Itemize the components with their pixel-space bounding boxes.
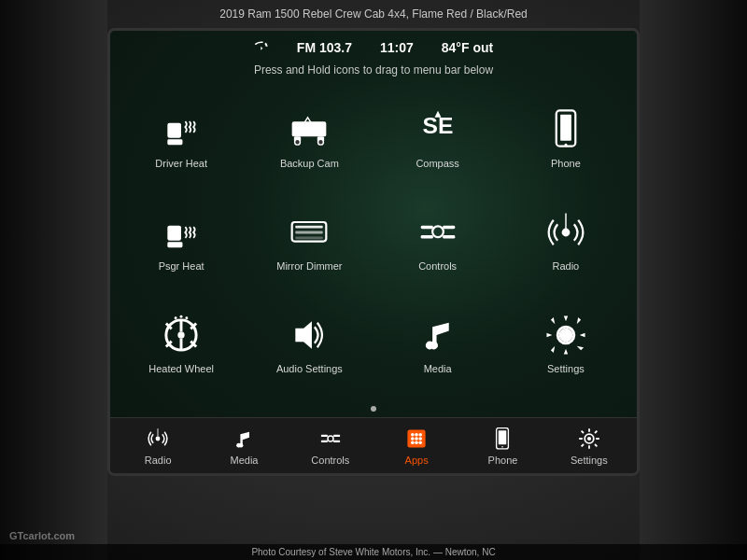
heated-wheel-label: Heated Wheel: [148, 363, 214, 374]
mirror-dimmer-icon: [286, 209, 332, 256]
svg-point-65: [587, 437, 591, 441]
app-driver-heat[interactable]: Driver Heat: [120, 89, 243, 187]
app-controls[interactable]: Controls: [376, 191, 500, 289]
app-compass[interactable]: SE Compass: [376, 89, 500, 187]
app-backup-cam[interactable]: ! Backup Cam: [247, 89, 371, 187]
nav-radio[interactable]: Radio: [115, 426, 201, 466]
nav-media-icon: [231, 426, 257, 452]
screen-bezel: FM 103.7 11:07 84°F out Press and Hold i…: [107, 28, 640, 476]
radio-icon: [543, 209, 589, 256]
psgr-heat-label: Psgr Heat: [159, 260, 204, 272]
svg-point-35: [180, 315, 183, 318]
driver-heat-label: Driver Heat: [155, 158, 207, 169]
settings-icon: [543, 312, 589, 358]
app-psgr-heat[interactable]: Psgr Heat: [120, 191, 243, 289]
psgr-heat-icon: [158, 209, 204, 256]
dot: [371, 406, 376, 412]
nav-phone[interactable]: Phone: [459, 426, 545, 466]
svg-point-63: [502, 446, 504, 448]
svg-point-53: [415, 433, 418, 437]
nav-controls-label: Controls: [311, 455, 349, 466]
nav-settings-icon: [576, 426, 602, 452]
car-title: 2019 Ram 1500 Rebel Crew Cab 4x4, Flame …: [219, 7, 528, 21]
svg-point-34: [175, 316, 177, 319]
compass-icon: SE: [415, 106, 461, 153]
bottom-nav: Radio Media: [110, 417, 637, 473]
apps-grid: Driver Heat !: [110, 84, 637, 397]
status-bar: FM 103.7 11:07 84°F out: [110, 31, 637, 63]
nav-controls-icon: [317, 426, 344, 452]
svg-marker-37: [296, 321, 313, 348]
svg-point-39: [430, 342, 438, 350]
svg-point-58: [411, 441, 415, 444]
svg-text:!: !: [307, 120, 309, 129]
compass-label: Compass: [416, 158, 458, 169]
svg-rect-22: [443, 235, 455, 239]
driver-heat-icon: [158, 106, 204, 153]
svg-line-70: [581, 431, 583, 433]
svg-line-73: [581, 444, 583, 446]
audio-settings-label: Audio Settings: [276, 363, 343, 374]
nav-radio-icon: [145, 426, 171, 452]
app-settings[interactable]: Settings: [504, 294, 627, 392]
svg-rect-20: [420, 235, 432, 239]
backup-cam-label: Backup Cam: [280, 158, 339, 169]
svg-point-57: [419, 437, 423, 441]
mirror-dimmer-label: Mirror Dimmer: [276, 260, 342, 272]
app-phone[interactable]: Phone: [504, 89, 627, 187]
nav-settings-label: Settings: [571, 455, 608, 466]
phone-icon: [543, 106, 589, 153]
instruction-text: Press and Hold icons to drag to menu bar…: [110, 63, 637, 84]
svg-point-45: [239, 443, 244, 448]
phone-label: Phone: [551, 158, 581, 169]
controls-label: Controls: [418, 260, 457, 272]
heated-wheel-icon: [158, 312, 204, 358]
nav-phone-label: Phone: [488, 455, 518, 466]
svg-rect-49: [333, 441, 340, 442]
nav-phone-icon: [489, 426, 515, 452]
svg-rect-0: [167, 123, 181, 138]
svg-point-54: [419, 433, 423, 437]
svg-point-36: [186, 316, 189, 319]
media-label: Media: [424, 363, 452, 374]
svg-rect-48: [333, 435, 340, 437]
app-media[interactable]: Media: [376, 294, 500, 392]
radio-station: FM 103.7: [297, 40, 352, 55]
media-icon: [415, 312, 461, 358]
svg-point-56: [415, 437, 418, 441]
side-panel-right: [640, 0, 747, 560]
clock: 11:07: [380, 40, 414, 55]
svg-rect-18: [296, 236, 323, 239]
svg-point-6: [318, 139, 324, 145]
nav-media-label: Media: [231, 455, 259, 466]
settings-label: Settings: [547, 363, 585, 374]
svg-rect-1: [167, 139, 182, 145]
svg-point-12: [564, 144, 567, 147]
svg-rect-62: [499, 430, 507, 444]
nav-settings[interactable]: Settings: [546, 426, 632, 466]
nav-apps[interactable]: Apps: [374, 426, 459, 466]
photo-frame: 2019 Ram 1500 Rebel Crew Cab 4x4, Flame …: [0, 0, 747, 560]
svg-point-41: [562, 331, 569, 338]
svg-rect-21: [443, 226, 455, 230]
backup-cam-icon: !: [286, 106, 332, 153]
svg-rect-14: [167, 242, 182, 247]
svg-line-71: [595, 444, 597, 446]
screen: FM 103.7 11:07 84°F out Press and Hold i…: [110, 31, 637, 473]
svg-point-5: [295, 139, 301, 145]
app-mirror-dimmer[interactable]: Mirror Dimmer: [247, 191, 371, 289]
app-radio[interactable]: Radio: [504, 191, 627, 289]
app-heated-wheel[interactable]: Heated Wheel: [120, 294, 243, 392]
svg-point-60: [419, 441, 423, 444]
nav-controls[interactable]: Controls: [288, 426, 374, 466]
side-panel-left: [0, 0, 107, 560]
nav-media[interactable]: Media: [201, 426, 287, 466]
nav-apps-label: Apps: [405, 455, 429, 466]
svg-point-23: [432, 226, 444, 237]
app-audio-settings[interactable]: Audio Settings: [247, 294, 371, 392]
audio-settings-icon: [286, 312, 332, 358]
svg-rect-13: [167, 226, 181, 241]
radio-signal-icon: [254, 38, 269, 56]
controls-icon: [415, 209, 461, 256]
svg-rect-17: [296, 231, 323, 234]
